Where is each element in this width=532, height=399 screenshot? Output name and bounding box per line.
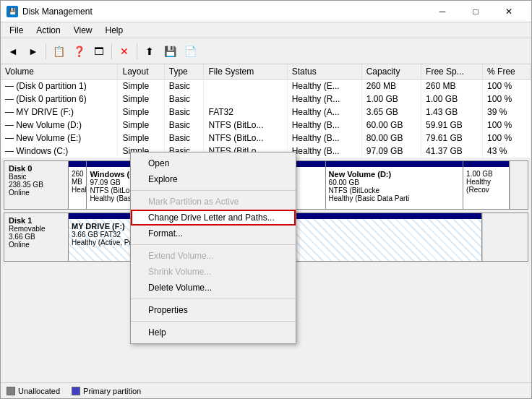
ctx-mark-active: Mark Partition as Active <box>131 194 296 210</box>
table-row[interactable]: — New Volume (E:)SimpleBasicNTFS (BitLo.… <box>1 132 531 145</box>
title-bar: 💾 Disk Management ─ □ ✕ <box>1 1 531 22</box>
ctx-format[interactable]: Format... <box>131 226 296 241</box>
close-button[interactable]: ✕ <box>492 1 525 22</box>
legend-primary-box <box>72 387 80 395</box>
forward-button[interactable]: ► <box>24 42 43 61</box>
maximize-button[interactable]: □ <box>459 1 492 22</box>
back-button[interactable]: ◄ <box>4 42 22 61</box>
ctx-separator-3 <box>131 299 296 299</box>
toolbar-separator-2 <box>111 43 112 59</box>
toolbar: ◄ ► 📋 ❓ 🗖 ✕ ⬆ 💾 📄 <box>1 38 531 64</box>
disk-1-scrollbar[interactable] <box>482 213 494 261</box>
legend-primary-label: Primary partition <box>83 387 141 395</box>
disk-0-size: 238.35 GB <box>9 181 64 189</box>
table-row[interactable]: — (Disk 0 partition 6)SimpleBasicHealthy… <box>1 93 531 106</box>
menu-bar: File Action View Help <box>1 22 531 38</box>
col-pct-free[interactable]: % Free <box>483 64 531 80</box>
properties-button[interactable]: 📋 <box>49 42 68 61</box>
help-button[interactable]: ❓ <box>69 42 88 61</box>
ctx-properties[interactable]: Properties <box>131 302 296 318</box>
volume-table: Volume Layout Type File System Status Ca… <box>1 64 531 158</box>
toggle-button[interactable]: 🗖 <box>90 42 108 61</box>
ctx-open[interactable]: Open <box>131 155 296 171</box>
menu-view[interactable]: View <box>68 23 98 38</box>
toolbar-separator-3 <box>137 43 137 59</box>
legend-unallocated-label: Unallocated <box>18 387 60 395</box>
disk-0-name: Disk 0 <box>9 164 64 173</box>
col-status[interactable]: Status <box>287 64 361 80</box>
toolbar-separator-1 <box>46 43 46 59</box>
ctx-change-drive-letter[interactable]: Change Drive Letter and Paths... <box>131 210 296 226</box>
disk-1-type: Removable <box>9 225 64 233</box>
table-row[interactable]: — MY DRIVE (F:)SimpleBasicFAT32Healthy (… <box>1 106 531 119</box>
disk-label-0: Disk 0 Basic 238.35 GB Online <box>4 160 69 210</box>
menu-action[interactable]: Action <box>30 23 66 38</box>
disk-0-status: Online <box>9 189 64 197</box>
col-layout[interactable]: Layout <box>118 64 164 80</box>
ctx-explore[interactable]: Explore <box>131 171 296 187</box>
ctx-shrink-volume: Shrink Volume... <box>131 264 296 280</box>
legend: Unallocated Primary partition <box>1 382 531 398</box>
col-type[interactable]: Type <box>164 64 204 80</box>
save-button[interactable]: 💾 <box>160 42 179 61</box>
disk-label-1: Disk 1 Removable 3.66 GB Online <box>4 213 69 262</box>
app-icon: 💾 <box>7 6 18 17</box>
col-capacity[interactable]: Capacity <box>361 64 421 80</box>
title-buttons: ─ □ ✕ <box>426 1 525 22</box>
col-free[interactable]: Free Sp... <box>421 64 483 80</box>
volume-table-area: Volume Layout Type File System Status Ca… <box>1 64 531 158</box>
col-volume[interactable]: Volume <box>1 64 118 80</box>
delete-button[interactable]: ✕ <box>115 42 134 61</box>
disk-0-part-d[interactable]: New Volume (D:) 60.00 GB NTFS (BitLocke … <box>326 161 464 209</box>
ctx-extend-volume: Extend Volume... <box>131 248 296 264</box>
ctx-separator-2 <box>131 244 296 245</box>
table-row[interactable]: — New Volume (D:)SimpleBasicNTFS (BitLo.… <box>1 119 531 132</box>
context-menu: Open Explore Mark Partition as Active Ch… <box>130 152 296 344</box>
export-button[interactable]: 📄 <box>181 42 200 61</box>
ctx-help[interactable]: Help <box>131 325 296 340</box>
menu-file[interactable]: File <box>4 23 29 38</box>
disk-0-part-recovery[interactable]: 1.00 GB Healthy (Recov <box>463 161 510 209</box>
up-button[interactable]: ⬆ <box>140 42 159 61</box>
window-title: Disk Management <box>22 7 93 17</box>
title-bar-left: 💾 Disk Management <box>7 6 93 17</box>
disk-1-size: 3.66 GB <box>9 233 64 241</box>
ctx-separator-4 <box>131 321 296 322</box>
legend-unallocated-box <box>7 387 15 395</box>
legend-unallocated: Unallocated <box>7 387 60 395</box>
disk-1-status: Online <box>9 241 64 249</box>
disk-map-scrollbar[interactable] <box>510 161 521 209</box>
disk-1-name: Disk 1 <box>9 216 64 225</box>
table-header-row: Volume Layout Type File System Status Ca… <box>1 64 531 80</box>
disk-0-type: Basic <box>9 173 64 181</box>
col-filesystem[interactable]: File System <box>204 64 287 80</box>
disk-0-part-1[interactable]: 260 MB Healthy <box>69 161 87 209</box>
ctx-separator-1 <box>131 190 296 191</box>
legend-primary: Primary partition <box>72 387 141 395</box>
minimize-button[interactable]: ─ <box>426 1 459 22</box>
table-row[interactable]: — (Disk 0 partition 1)SimpleBasicHealthy… <box>1 80 531 93</box>
menu-help[interactable]: Help <box>100 23 129 38</box>
ctx-delete-volume[interactable]: Delete Volume... <box>131 280 296 296</box>
